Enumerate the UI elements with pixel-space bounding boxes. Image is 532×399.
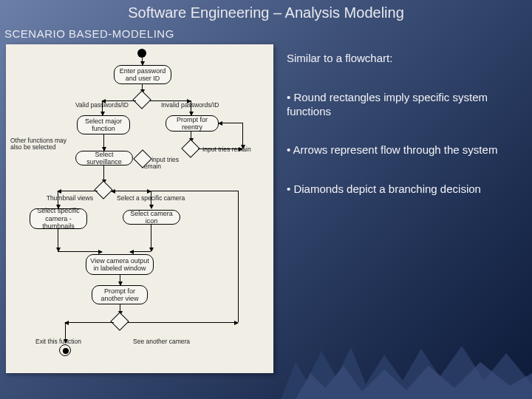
label-thumbnail-views: Thumbnail views — [34, 195, 93, 202]
decision-view-type — [94, 180, 112, 199]
flow-arrow — [58, 191, 98, 191]
flow-arrow — [58, 251, 102, 252]
activity-diagram: Enter password and user ID Valid passwor… — [6, 44, 273, 373]
flow-arrow — [198, 149, 242, 149]
flow-arrow — [112, 191, 238, 191]
flow-arrow — [151, 225, 151, 251]
label-tries-remain: Input tries remain — [202, 146, 262, 153]
bullet-round-rectangles: • Round rectangles imply specific system… — [287, 91, 517, 119]
node-enter-password: Enter password and user ID — [114, 65, 171, 84]
flow-arrow — [102, 100, 103, 115]
node-select-surveillance: Select surveillance — [75, 151, 133, 166]
flow-arrow — [151, 191, 151, 208]
flow-arrow — [238, 191, 239, 322]
flow-arrow — [58, 229, 58, 251]
node-prompt-another-view: Prompt for another view — [92, 285, 148, 304]
flow-arrow — [242, 123, 243, 149]
node-select-specific-thumbnails: Select specific camera - thumbnails — [30, 208, 87, 229]
node-select-major-function: Select major function — [77, 115, 130, 134]
note-other-functions: Other functions may also be selected — [10, 137, 68, 151]
bullet-diamonds: • Diamonds depict a branching decision — [287, 183, 517, 197]
label-valid: Valid passwords/ID — [47, 102, 129, 109]
label-select-specific-camera: Select a specific camera — [117, 195, 205, 202]
decision-input-tries — [181, 139, 200, 157]
flow-arrow — [127, 322, 238, 323]
notes-intro: Similar to a flowchart: — [287, 52, 517, 66]
flow-arrow — [191, 100, 191, 115]
node-prompt-reentry: Prompt for reentry — [166, 115, 219, 132]
flow-arrow — [130, 251, 151, 252]
content-row: Enter password and user ID Valid passwor… — [0, 44, 532, 381]
flow-arrow — [120, 275, 120, 285]
flow-arrow — [102, 100, 136, 101]
label-see-another-camera: See another camera — [133, 338, 214, 345]
flow-arrow — [58, 191, 58, 208]
flow-arrow — [142, 58, 143, 65]
label-invalid: Invalid passwords/ID — [161, 102, 250, 109]
start-node-icon — [137, 49, 146, 58]
decision-another-view — [110, 312, 129, 330]
page-title: Software Engineering – Analysis Modeling — [0, 0, 532, 21]
node-select-camera-icon: Select camera icon — [123, 210, 180, 225]
section-subtitle: SCENARIO BASED-MODELING — [0, 21, 532, 40]
flow-arrow — [219, 123, 242, 123]
end-node-icon — [59, 344, 71, 356]
flow-arrow — [103, 134, 104, 151]
decision-valid-password — [132, 90, 151, 109]
notes-column: Similar to a flowchart: • Round rectangl… — [273, 44, 532, 381]
node-view-camera-output: View camera output in labeled window — [86, 254, 154, 275]
bullet-arrows: • Arrows represent flow through the syst… — [287, 143, 517, 157]
flow-arrow — [65, 322, 66, 343]
flow-arrow — [149, 100, 191, 101]
flow-arrow — [65, 322, 114, 323]
